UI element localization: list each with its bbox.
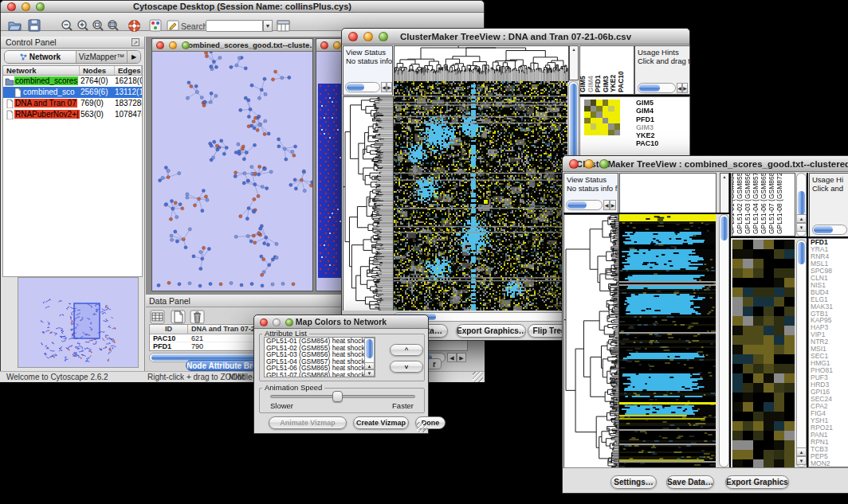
search-dropdown-button[interactable]: ▼ (263, 20, 273, 32)
scroll-left-arrow[interactable]: ◀ (381, 82, 387, 92)
tv2-status-hscrollbar[interactable] (566, 200, 603, 210)
tv2-hints-hscrollbar[interactable] (812, 225, 847, 235)
close-button[interactable] (156, 41, 164, 49)
close-button[interactable] (348, 32, 358, 41)
close-button[interactable] (7, 2, 16, 11)
help-icon[interactable] (128, 19, 140, 33)
zoom-button[interactable] (379, 32, 388, 41)
tv2-heatmap-vscrollbar[interactable] (719, 214, 729, 467)
zoom-selected-icon[interactable] (92, 19, 104, 33)
data-id: PFD1 (153, 342, 171, 350)
zoom-out-icon[interactable] (61, 19, 73, 33)
scroll-right-arrow[interactable]: ▶ (457, 353, 466, 362)
column-header-nodes[interactable]: Nodes (80, 66, 115, 75)
tv1-mini-cell (596, 100, 603, 106)
attribute-list-item[interactable]: GPL51-07 (GSM868) heat shock 60 min (265, 372, 375, 377)
zoom-button[interactable] (599, 159, 609, 169)
scroll-up-arrow[interactable]: ▲ (796, 214, 807, 223)
scroll-down-arrow[interactable]: ▼ (364, 369, 375, 377)
dialog-titlebar[interactable]: Map Colors to Network (254, 315, 428, 329)
tv2-mini-heatmap[interactable] (732, 240, 795, 467)
scroll-up-arrow[interactable]: ▲ (364, 362, 375, 369)
attribute-select-icon[interactable] (150, 310, 165, 324)
minimize-button[interactable] (169, 41, 177, 49)
slider-thumb[interactable] (332, 391, 343, 402)
open-folder-icon[interactable] (8, 19, 22, 33)
zoom-button[interactable] (285, 318, 293, 326)
scroll-right-arrow[interactable]: ▶ (682, 83, 688, 93)
save-icon[interactable] (28, 19, 41, 33)
zoom-button[interactable] (36, 2, 45, 11)
cytoscape-titlebar[interactable]: Cytoscape Desktop (Session Name: collins… (1, 1, 484, 13)
tv2-button-2[interactable]: Export Graphics… (725, 475, 789, 489)
network-tree-row[interactable]: RNAPuberNov2+|563(0)107847(0) (3, 109, 142, 120)
tv2-button-0[interactable]: Settings… (610, 475, 657, 489)
data-col-id[interactable]: ID (150, 325, 188, 334)
tab-network[interactable]: Network (5, 51, 77, 63)
network-graph[interactable] (152, 52, 312, 291)
treeview1-titlebar[interactable]: ClusterMaker TreeView : DNA and Tran 07-… (342, 29, 689, 45)
search-input[interactable] (206, 20, 263, 32)
slower-label: Slower (270, 401, 293, 410)
tv1-col-scroll-strip[interactable]: ▴ (569, 45, 579, 80)
column-header-network[interactable]: Network (3, 66, 80, 75)
tv1-hints-hscrollbar[interactable] (638, 83, 676, 93)
zoom-button[interactable] (182, 41, 190, 49)
scroll-down-arrow[interactable]: ▼ (796, 456, 807, 465)
tab-vizmapper[interactable]: VizMapper™ (77, 51, 128, 63)
tv1-col-labels-panel: GIM5GIM4PFD1GIM3YKE2PAC10 (579, 45, 634, 95)
close-button[interactable] (320, 41, 328, 49)
network-tree-row[interactable]: combined_sco2569(6)13112(15) (3, 87, 142, 98)
close-button[interactable] (569, 159, 579, 169)
scroll-left-arrow[interactable]: ◀ (447, 353, 457, 362)
scroll-down-arrow[interactable]: ▼ (796, 223, 807, 232)
tv2-genes-vscrollbar[interactable] (796, 240, 807, 467)
minimize-button[interactable] (333, 41, 341, 49)
tv2-heatmap[interactable] (619, 214, 716, 467)
tv1-mini-cell (603, 130, 609, 136)
delete-attribute-icon[interactable] (190, 310, 205, 324)
animate-vizmap-button[interactable]: Animate Vizmap (269, 416, 347, 429)
minimize-button[interactable] (273, 318, 281, 326)
close-button[interactable] (260, 318, 268, 326)
zoom-in-icon[interactable] (77, 19, 89, 33)
tv1-row-dendrogram[interactable] (343, 96, 394, 311)
move-up-button[interactable]: ^ (390, 344, 423, 356)
scroll-right-arrow[interactable]: ▶ (387, 82, 392, 92)
data-value: 621 (191, 334, 203, 342)
minimize-button[interactable] (22, 2, 30, 11)
annotation-button-icon[interactable] (167, 19, 179, 33)
column-header-edges[interactable]: Edges (115, 66, 142, 75)
tab-edge-attribute-browser[interactable]: r (427, 358, 442, 369)
animation-speed-slider[interactable] (270, 395, 415, 398)
minimize-button[interactable] (584, 159, 594, 169)
attribute-browser-icon[interactable] (277, 19, 289, 33)
tv2-button-1[interactable]: Save Data… (666, 475, 714, 489)
scroll-left-arrow[interactable]: ◀ (603, 200, 610, 210)
float-panel-icon[interactable]: ↗ (132, 38, 139, 46)
tab-node-attribute-browser[interactable]: Node Attribute Brows (186, 360, 257, 371)
tv2-row-dendrogram[interactable] (563, 214, 619, 469)
tv1-heatmap[interactable] (394, 81, 567, 311)
create-vizmap-button[interactable]: Create Vizmap (353, 416, 409, 429)
zoom-fit-icon[interactable] (107, 19, 120, 33)
network-tree-row[interactable]: DNA and Tran 07769(0)183728(0) (3, 98, 142, 109)
scroll-right-arrow[interactable]: ▶ (610, 200, 616, 210)
tv1-column-dendrogram[interactable] (394, 45, 569, 82)
vizmapper-button-icon[interactable] (149, 19, 162, 33)
tv1-status-hscrollbar[interactable] (345, 82, 380, 92)
tv2-col-scroll-strip[interactable]: ▴ (720, 173, 729, 213)
new-attribute-icon[interactable] (171, 310, 186, 324)
network-tree-row[interactable]: combined_scores2764(0)16218(0) (3, 76, 142, 87)
tab-overflow-arrow[interactable]: ▶ (128, 51, 140, 63)
tv1-button-1[interactable]: Export Graphics… (456, 324, 526, 338)
minimize-button[interactable] (363, 32, 373, 41)
tv2-col-label: GPL51-08 (GSM872) (775, 173, 783, 234)
network-overview-thumbnail[interactable] (18, 277, 139, 368)
scroll-left-arrow[interactable]: ◀ (677, 83, 682, 93)
attribute-listbox[interactable]: GPL51-01 (GSM854) heat shock 05 minGPL51… (264, 337, 375, 377)
scroll-up-arrow[interactable]: ▲ (796, 447, 807, 456)
tv1-mini-cell (603, 111, 609, 118)
treeview2-titlebar[interactable]: ClusterMaker TreeView : combined_scores_… (563, 156, 848, 172)
move-down-button[interactable]: v (390, 361, 423, 373)
